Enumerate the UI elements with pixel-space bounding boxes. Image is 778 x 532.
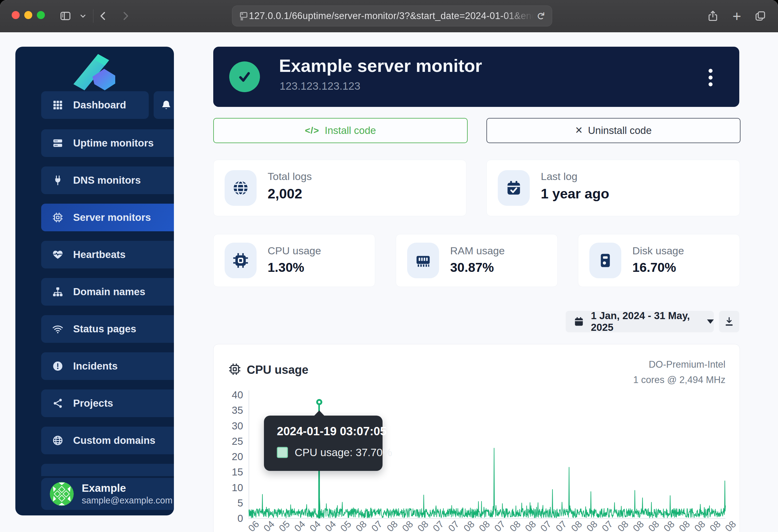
sidebar-item-projects[interactable]: Projects: [41, 389, 174, 417]
back-icon[interactable]: [95, 7, 112, 24]
tab-overview-icon[interactable]: [752, 7, 769, 24]
monitor-ip: 123.123.123.123: [280, 80, 361, 92]
sidebar-toggle-icon[interactable]: [57, 7, 74, 24]
code-icon: </>: [305, 125, 319, 136]
x-axis-tick: 08: [523, 519, 538, 532]
install-code-button[interactable]: </> Install code: [213, 118, 468, 143]
server-stack-icon: [52, 138, 63, 149]
page-body: Dashboard Uptime monitorsDNS monitorsSer…: [0, 32, 778, 532]
sidebar-item-domain-names[interactable]: Domain names: [41, 278, 174, 305]
chevron-down-icon[interactable]: [75, 7, 91, 24]
x-axis-tick: 07: [492, 519, 508, 532]
forward-icon[interactable]: [117, 7, 134, 24]
new-tab-icon[interactable]: +: [728, 7, 746, 24]
stat-label: Total logs: [267, 170, 312, 182]
globe-icon: [52, 435, 63, 446]
tooltip-datetime: 2024-01-19 03:07:05: [277, 425, 387, 438]
stat-value: 1.30%: [267, 260, 304, 275]
share-icon[interactable]: [704, 7, 721, 24]
stat-value: 1 year ago: [541, 186, 609, 202]
kebab-menu-icon[interactable]: [704, 68, 716, 87]
zoom-window-button[interactable]: [37, 11, 45, 19]
sidebar-item-partial[interactable]: [41, 464, 174, 476]
sidebar-item-label: Projects: [73, 397, 113, 409]
stat-value: 2,002: [267, 186, 302, 202]
sidebar-item-heartbeats[interactable]: Heartbeats: [41, 241, 174, 268]
user-email: sample@example.com: [82, 495, 172, 507]
chart-title: CPU usage: [247, 363, 309, 376]
stat-value: 16.70%: [632, 260, 676, 275]
total-logs-card: Total logs2,002: [213, 160, 466, 216]
last-log-card: Last log1 year ago: [486, 160, 740, 216]
monitor-header-card: Example server monitor 123.123.123.123: [213, 47, 739, 107]
stat-label: Disk usage: [632, 245, 684, 257]
sidebar-item-label: Heartbeats: [73, 249, 126, 260]
reload-icon[interactable]: ↻: [535, 12, 547, 21]
page-title: Example server monitor: [279, 55, 482, 76]
x-axis-tick: 04: [261, 519, 277, 532]
sidebar-item-dashboard[interactable]: Dashboard: [41, 91, 149, 119]
memory-icon: [407, 243, 439, 278]
calendar-icon: [574, 317, 584, 327]
uninstall-code-label: Uninstall code: [588, 125, 652, 137]
notifications-button[interactable]: [154, 91, 174, 119]
stat-label: Last log: [541, 170, 577, 182]
x-axis-tick: 07: [538, 519, 554, 532]
y-axis-tick: 5: [222, 497, 243, 509]
sidebar-item-label: Uptime monitors: [73, 137, 154, 149]
download-button[interactable]: [719, 311, 739, 332]
user-card[interactable]: Example sample@example.com: [41, 478, 174, 510]
server-model: DO-Premium-Intel: [649, 359, 725, 370]
close-window-button[interactable]: [12, 11, 20, 19]
uninstall-code-button[interactable]: × Uninstall code: [486, 118, 741, 143]
x-axis-tick: 08: [477, 519, 492, 532]
cpu-usage-chart-card: CPU usage DO-Premium-Intel 1 cores @ 2,4…: [213, 344, 740, 532]
avatar: [50, 482, 74, 506]
toolbar-divider: [93, 9, 93, 23]
tooltip-arrow: [314, 410, 324, 416]
sidebar-item-label: Custom domains: [73, 435, 155, 446]
browser-window: 127.0.0.1/66uptime/server-monitor/3?&sta…: [0, 0, 778, 532]
tooltip-value: CPU usage: 37.70%: [295, 446, 392, 459]
user-name: Example: [82, 481, 172, 495]
x-axis-tick: 08: [646, 519, 662, 532]
bell-icon: [161, 100, 171, 110]
sidebar-item-dns-monitors[interactable]: DNS monitors: [41, 167, 174, 194]
sidebar-item-status-pages[interactable]: Status pages: [41, 315, 174, 343]
cpu-usage-card: CPU usage1.30%: [213, 234, 375, 287]
page-settings-icon[interactable]: [238, 11, 249, 21]
date-range-picker[interactable]: 1 Jan, 2024 - 31 May, 2025: [566, 311, 714, 332]
sidebar-item-label: Incidents: [73, 360, 118, 372]
sidebar-item-uptime-monitors[interactable]: Uptime monitors: [41, 129, 174, 157]
y-axis-tick: 30: [222, 420, 243, 432]
app-logo: [69, 54, 121, 93]
x-axis-tick: 06: [246, 519, 261, 532]
sidebar: Dashboard Uptime monitorsDNS monitorsSer…: [15, 47, 174, 515]
x-axis-tick: 07: [600, 519, 615, 532]
minimize-window-button[interactable]: [24, 11, 32, 19]
heart-pulse-icon: [52, 249, 63, 260]
x-axis-tick: 08: [385, 519, 400, 532]
sidebar-item-incidents[interactable]: Incidents: [41, 352, 174, 380]
tooltip-series-swatch: [277, 447, 288, 458]
address-bar[interactable]: 127.0.0.1/66uptime/server-monitor/3?&sta…: [232, 6, 552, 26]
y-axis-tick: 40: [222, 389, 243, 401]
sidebar-item-label: Dashboard: [73, 99, 126, 111]
sidebar-item-label: Domain names: [73, 286, 145, 298]
wifi-icon: [52, 324, 63, 335]
url-text[interactable]: 127.0.0.1/66uptime/server-monitor/3?&sta…: [249, 10, 537, 21]
x-axis-tick: 08: [723, 519, 738, 532]
x-axis-tick: 08: [631, 519, 646, 532]
sidebar-item-label: Status pages: [73, 323, 136, 335]
stat-label: RAM usage: [450, 245, 505, 257]
stat-value: 30.87%: [450, 260, 494, 275]
stat-label: CPU usage: [267, 245, 321, 257]
sidebar-item-custom-domains[interactable]: Custom domains: [41, 427, 174, 454]
x-axis-tick: 05: [277, 519, 292, 532]
alert-circle-icon: [52, 361, 63, 372]
y-axis-tick: 0: [222, 513, 243, 524]
sidebar-item-server-monitors[interactable]: Server monitors: [41, 204, 174, 231]
x-axis-tick: 08: [708, 519, 723, 532]
x-axis-tick: 08: [677, 519, 692, 532]
sidebar-item-label: DNS monitors: [73, 174, 141, 186]
